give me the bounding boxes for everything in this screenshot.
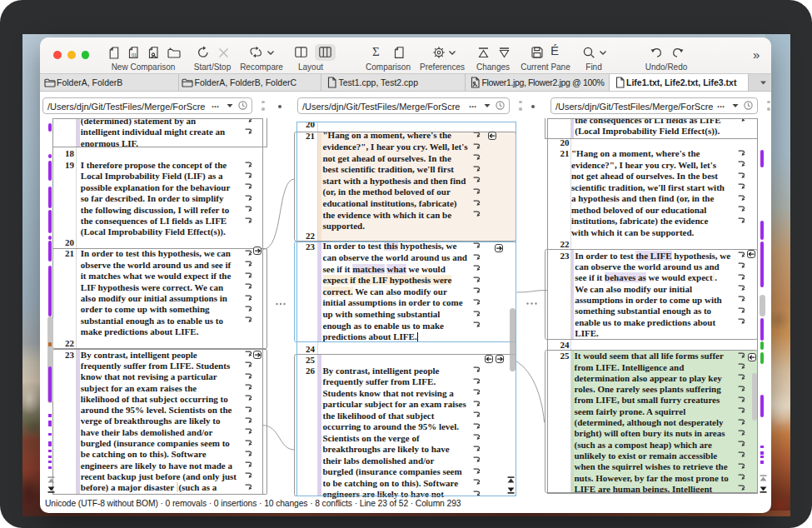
svg-text:01: 01 bbox=[132, 52, 137, 57]
